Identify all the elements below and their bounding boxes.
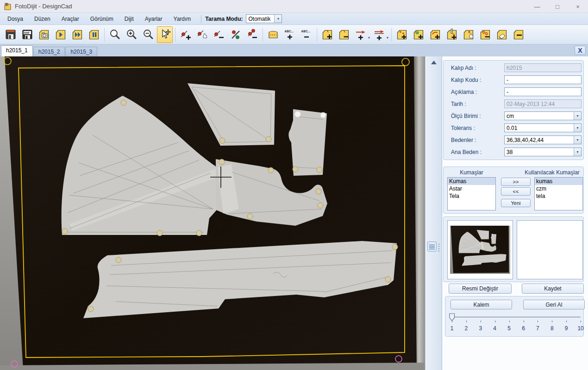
tool-grainline-add-dropdown-icon[interactable]: ▾ — [368, 36, 370, 40]
tab-h2015_2[interactable]: h2015_2 — [33, 47, 65, 56]
tool-scan-step-icon[interactable] — [53, 26, 69, 43]
move-left-button[interactable]: << — [501, 187, 531, 196]
save-pattern-button[interactable]: Kaydet — [522, 284, 584, 294]
tool-piece-marks-delete-icon[interactable] — [477, 26, 493, 43]
image-thumbnail[interactable] — [447, 220, 513, 279]
splitter-grip-dots[interactable] — [438, 242, 439, 253]
tool-piece-grade-add-icon[interactable] — [411, 26, 426, 43]
list-item[interactable]: czm — [535, 185, 582, 192]
slider-tick — [495, 321, 495, 322]
document-tab-bar: h2015_1h2015_2h2015_3 X — [0, 44, 588, 56]
toolbar-separator — [104, 28, 105, 42]
tool-scan-run-icon[interactable] — [69, 26, 85, 43]
chevron-down-icon[interactable]: ▼ — [574, 136, 581, 144]
form-row: Açıklama :- — [444, 87, 583, 97]
tool-text-add-icon[interactable]: ABC... — [282, 26, 298, 43]
maximize-button[interactable]: □ — [547, 0, 568, 13]
tool-points-delete-icon[interactable] — [244, 26, 260, 43]
scroll-up-icon[interactable] — [431, 61, 437, 64]
undo-button[interactable]: Geri Al — [523, 300, 585, 309]
tool-point-type-toggle-icon[interactable] — [228, 26, 244, 43]
pen-tool-group: Kalem Geri Al 12345678910 — [445, 296, 584, 337]
tool-save-dxf-icon[interactable]: DXF — [19, 26, 35, 43]
slider-tick — [552, 321, 552, 322]
pattern-photo-canvas[interactable] — [0, 56, 425, 370]
tool-point-delete-icon[interactable] — [211, 26, 227, 43]
menu-item-yardm[interactable]: Yardım — [168, 14, 197, 24]
tool-scan-pause-icon[interactable] — [86, 26, 102, 43]
close-document-button[interactable]: X — [575, 46, 586, 55]
tool-zoom-window-icon[interactable] — [107, 26, 123, 43]
chevron-down-icon[interactable]: ▼ — [574, 124, 581, 132]
menu-item-dosya[interactable]: Dosya — [2, 14, 29, 24]
chevron-down-icon[interactable]: ▼ — [574, 112, 581, 120]
slider-track[interactable] — [451, 317, 581, 317]
chevron-down-icon[interactable]: ▼ — [574, 148, 581, 156]
list-item[interactable]: Tela — [448, 192, 495, 200]
chevron-down-icon[interactable]: ▼ — [274, 15, 281, 23]
tool-grainline-add-icon[interactable] — [353, 26, 369, 43]
tool-grainline-line-add-icon[interactable] — [371, 26, 387, 43]
title-bar: FotoDijit - DesignCad — □ × — [0, 0, 588, 13]
tool-piece-drill-add-icon[interactable] — [444, 26, 460, 43]
menu-item-grnm[interactable]: Görünüm — [85, 14, 119, 24]
pen-size-slider[interactable]: 12345678910 — [445, 310, 584, 336]
tool-text-delete-icon[interactable]: ABC... — [299, 26, 314, 43]
field-value: - — [505, 77, 581, 83]
field-value: 02-May-2013 12:44 — [505, 101, 581, 107]
tool-piece-delete-icon[interactable] — [511, 26, 526, 43]
move-right-button[interactable]: >> — [501, 178, 531, 186]
field-label: Kalıp Kodu : — [451, 77, 481, 83]
tool-notch-add-icon[interactable] — [319, 26, 335, 43]
list-item[interactable]: kumas — [535, 178, 582, 185]
field-input-5[interactable]: 0.01▼ — [504, 123, 582, 132]
change-image-button[interactable]: Resmi Değiştir — [449, 284, 512, 294]
tool-piece-curve-add-icon[interactable] — [427, 26, 443, 43]
close-button[interactable]: × — [568, 0, 588, 13]
field-input-1[interactable]: - — [504, 75, 582, 84]
tab-h2015_3[interactable]: h2015_3 — [65, 47, 97, 56]
empty-thumbnail[interactable] — [517, 220, 583, 279]
list-item[interactable]: Astar — [448, 185, 495, 192]
new-fabric-button[interactable]: Yeni — [501, 199, 531, 207]
list-item[interactable]: tela — [535, 192, 582, 200]
tool-point-move-icon[interactable] — [194, 26, 210, 43]
slider-tick — [538, 321, 538, 322]
slider-label: 3 — [476, 325, 485, 332]
menu-item-aralar[interactable]: Araçlar — [56, 14, 85, 24]
field-input-6[interactable]: 36,38,40,42,44▼ — [504, 136, 582, 144]
tool-notch-delete-icon[interactable] — [336, 26, 352, 43]
menu-item-ayarlar[interactable]: Ayarlar — [139, 14, 168, 24]
tool-point-add-icon[interactable] — [178, 26, 194, 43]
svg-text:ABC...: ABC... — [301, 30, 311, 33]
slider-tick — [566, 321, 567, 322]
tool-piece-points-add-icon[interactable] — [394, 26, 410, 43]
tool-capture-photo-icon[interactable] — [36, 26, 52, 43]
pattern-info-group: Kalıp Adı :h2015Kalıp Kodu :-Açıklama :-… — [443, 60, 584, 160]
field-input-7[interactable]: 38▼ — [504, 148, 582, 156]
tool-save-icon[interactable] — [3, 26, 19, 43]
field-input-2[interactable]: - — [504, 87, 582, 96]
menu-item-dijit[interactable]: Dijit — [119, 14, 139, 24]
tool-grainline-line-add-dropdown-icon[interactable]: ▾ — [387, 36, 388, 40]
field-value: cm — [505, 113, 574, 119]
tool-zoom-out-icon[interactable] — [140, 26, 156, 43]
tab-h2015_1[interactable]: h2015_1 — [1, 45, 33, 56]
field-label: Tarih : — [451, 101, 466, 107]
panel-collapse-handle[interactable] — [427, 241, 437, 252]
tool-internal-line-icon[interactable] — [265, 26, 281, 43]
fabrics-used-list[interactable]: kumasczmtela — [534, 177, 583, 210]
tool-piece-pick-icon[interactable] — [461, 26, 476, 43]
field-input-4[interactable]: cm▼ — [504, 111, 582, 120]
slider-label: 6 — [519, 325, 528, 332]
tool-piece-erase-icon[interactable] — [494, 26, 510, 43]
pen-button[interactable]: Kalem — [450, 300, 512, 309]
minimize-button[interactable]: — — [527, 0, 547, 13]
tool-zoom-in-icon[interactable] — [124, 26, 139, 43]
field-input-3: 02-May-2013 12:44 — [504, 99, 582, 108]
fabrics-available-list[interactable]: KumasAstarTela — [447, 177, 496, 210]
scan-mode-combobox[interactable]: Otomatik ▼ — [246, 14, 282, 23]
tool-select-move-icon[interactable] — [157, 26, 173, 43]
menu-item-dzen[interactable]: Düzen — [29, 14, 56, 24]
list-item[interactable]: Kumas — [448, 178, 495, 185]
